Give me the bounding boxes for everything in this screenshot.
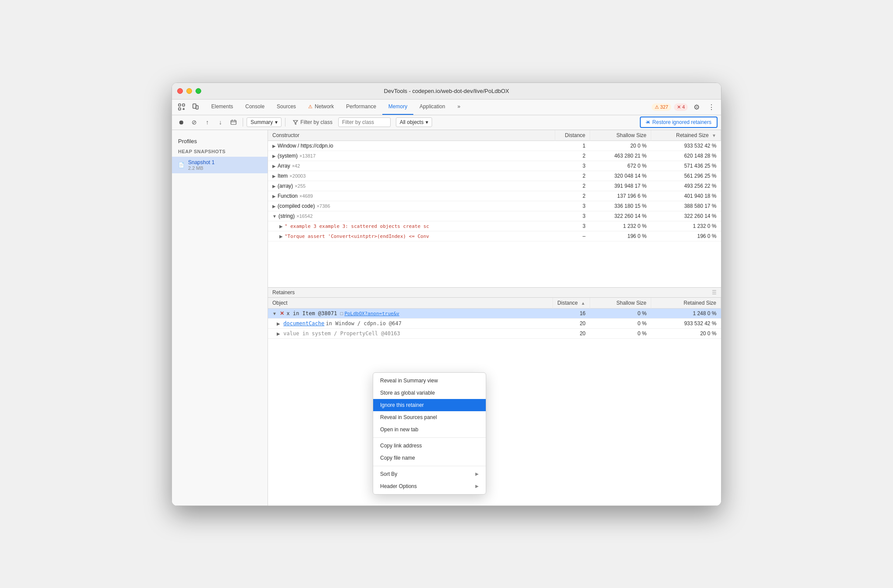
col-distance: Distance bbox=[555, 130, 590, 141]
window-title: DevTools - codepen.io/web-dot-dev/live/P… bbox=[384, 88, 509, 94]
ctx-open-new-tab[interactable]: Open in new tab bbox=[373, 423, 486, 436]
ctx-separator-2 bbox=[373, 466, 486, 466]
retainers-scroll-icon: ☰ bbox=[712, 289, 717, 296]
snapshot-info: Snapshot 1 2.2 MB bbox=[188, 159, 215, 171]
more-options-icon[interactable]: ⋮ bbox=[705, 101, 718, 113]
ctx-reveal-sources[interactable]: Reveal in Sources panel bbox=[373, 411, 486, 423]
ctx-separator-1 bbox=[373, 437, 486, 438]
table-row[interactable]: ▶Array×42 3 672 0 % 571 436 25 % bbox=[268, 161, 721, 171]
snapshot-icon: 📄 bbox=[178, 162, 185, 168]
table-row[interactable]: ▶(array)×255 2 391 948 17 % 493 256 22 % bbox=[268, 181, 721, 191]
col-constructor: Constructor bbox=[268, 130, 555, 141]
svg-rect-6 bbox=[196, 106, 198, 109]
upload-button[interactable]: ↑ bbox=[202, 117, 213, 128]
filter-input[interactable] bbox=[338, 117, 391, 127]
table-row[interactable]: ▼(string)×16542 3 322 260 14 % 322 260 1… bbox=[268, 211, 721, 221]
sidebar: Profiles HEAP SNAPSHOTS 📄 Snapshot 1 2.2… bbox=[172, 130, 268, 505]
ret-col-shallow: Shallow Size bbox=[590, 298, 651, 309]
table-row[interactable]: ▶"Torque assert 'Convert<uintptr>(endInd… bbox=[268, 231, 721, 241]
content-area: Profiles HEAP SNAPSHOTS 📄 Snapshot 1 2.2… bbox=[172, 130, 721, 505]
tab-network[interactable]: ⚠ Network bbox=[302, 99, 340, 115]
cross-icon: ✕ bbox=[280, 310, 284, 316]
tab-performance[interactable]: Performance bbox=[340, 99, 382, 115]
table-row[interactable]: ▼ ✕ x in Item @38071 □ PoLdbOX?anon=true… bbox=[268, 308, 721, 318]
ret-col-retained: Retained Size bbox=[651, 298, 721, 309]
snapshot-item[interactable]: 📄 Snapshot 1 2.2 MB bbox=[172, 157, 268, 173]
ctx-copy-link[interactable]: Copy link address bbox=[373, 440, 486, 452]
col-retained-size: Retained Size ▼ bbox=[651, 130, 721, 141]
all-objects-dropdown[interactable]: All objects ▾ bbox=[396, 117, 433, 127]
retainers-table: Object Distance ▲ Shallow Size bbox=[268, 298, 721, 339]
constructor-table: Constructor Distance Shallow Size Retain… bbox=[268, 130, 721, 241]
close-button[interactable] bbox=[177, 88, 183, 94]
ctx-ignore-retainer[interactable]: Ignore this retainer bbox=[373, 399, 486, 411]
toolbar-separator2 bbox=[285, 118, 285, 127]
error-badge[interactable]: ✕ 4 bbox=[674, 103, 688, 111]
stop-button[interactable]: ⊘ bbox=[189, 117, 200, 128]
table-row[interactable]: ▶Function×4689 2 137 196 6 % 401 940 18 … bbox=[268, 191, 721, 201]
toolbar-left: ⏺ ⊘ ↑ ↓ Summary ▾ bbox=[175, 117, 391, 128]
nav-right: ⚠ 327 ✕ 4 ⚙ ⋮ bbox=[652, 101, 718, 113]
inspect-icon[interactable] bbox=[175, 101, 188, 113]
maximize-button[interactable] bbox=[196, 88, 201, 94]
tab-sources[interactable]: Sources bbox=[271, 99, 302, 115]
error-icon: ✕ bbox=[677, 104, 681, 110]
ret-link[interactable]: PoLdbOX?anon=true&v bbox=[344, 311, 399, 316]
restore-x-icon: ✕ bbox=[646, 120, 650, 125]
title-bar: DevTools - codepen.io/web-dot-dev/live/P… bbox=[172, 83, 721, 100]
chevron-down-icon2: ▾ bbox=[426, 119, 428, 125]
ctx-sort-by[interactable]: Sort By ▶ bbox=[373, 468, 486, 480]
constructor-table-body: ▶Window / https://cdpn.io 1 20 0 % 933 5… bbox=[268, 141, 721, 241]
retainers-table-container[interactable]: Object Distance ▲ Shallow Size bbox=[268, 298, 721, 385]
ctx-store-global[interactable]: Store as global variable bbox=[373, 387, 486, 399]
constructor-table-container[interactable]: Constructor Distance Shallow Size Retain… bbox=[268, 130, 721, 287]
summary-dropdown[interactable]: Summary ▾ bbox=[247, 117, 282, 127]
heap-snapshots-title: HEAP SNAPSHOTS bbox=[172, 146, 268, 157]
main-content: Constructor Distance Shallow Size Retain… bbox=[268, 130, 721, 505]
minimize-button[interactable] bbox=[186, 88, 192, 94]
ret-col-distance: Distance ▲ bbox=[553, 298, 590, 309]
table-header: Constructor Distance Shallow Size Retain… bbox=[268, 130, 721, 141]
tab-application[interactable]: Application bbox=[413, 99, 451, 115]
svg-rect-5 bbox=[193, 104, 196, 108]
warning-badge[interactable]: ⚠ 327 bbox=[652, 103, 671, 111]
nav-tabs: Elements Console Sources ⚠ Network Perfo… bbox=[172, 100, 721, 115]
settings-icon[interactable]: ⚙ bbox=[690, 101, 703, 113]
device-toggle-icon[interactable] bbox=[189, 101, 202, 113]
traffic-lights bbox=[177, 88, 201, 94]
table-row[interactable]: ▶Window / https://cdpn.io 1 20 0 % 933 5… bbox=[268, 141, 721, 151]
sort-arrow-icon: ▼ bbox=[712, 133, 716, 138]
svg-rect-0 bbox=[179, 104, 181, 106]
warning-icon: ⚠ bbox=[655, 104, 659, 110]
table-row[interactable]: ▶Item×20003 2 320 048 14 % 561 296 25 % bbox=[268, 171, 721, 181]
ret-col-object: Object bbox=[268, 298, 553, 309]
table-row[interactable]: ▶" example 3 example 3: scattered object… bbox=[268, 221, 721, 231]
filter-button[interactable]: Filter by class bbox=[289, 117, 336, 127]
svg-rect-1 bbox=[179, 108, 181, 110]
tab-more[interactable]: » bbox=[451, 99, 467, 115]
ret-sort-arrow-icon: ▲ bbox=[581, 301, 585, 306]
tab-elements[interactable]: Elements bbox=[205, 99, 239, 115]
retainers-table-body: ▼ ✕ x in Item @38071 □ PoLdbOX?anon=true… bbox=[268, 308, 721, 338]
context-menu: Reveal in Summary view Store as global v… bbox=[373, 372, 486, 495]
clear-button[interactable] bbox=[228, 117, 239, 128]
record-button[interactable]: ⏺ bbox=[175, 117, 187, 128]
table-row[interactable]: ▶ documentCache in Window / cdpn.io @647… bbox=[268, 318, 721, 328]
nav-icons bbox=[175, 101, 202, 113]
col-shallow-size: Shallow Size bbox=[590, 130, 651, 141]
svg-rect-7 bbox=[231, 120, 236, 124]
tab-memory[interactable]: Memory bbox=[382, 99, 413, 115]
table-row[interactable]: ▶(compiled code)×7386 3 336 180 15 % 388… bbox=[268, 201, 721, 211]
tab-console[interactable]: Console bbox=[239, 99, 271, 115]
ctx-copy-filename[interactable]: Copy file name bbox=[373, 452, 486, 464]
download-button[interactable]: ↓ bbox=[215, 117, 226, 128]
profiles-title: Profiles bbox=[172, 134, 268, 146]
ctx-reveal-summary[interactable]: Reveal in Summary view bbox=[373, 375, 486, 387]
devtools-main: Elements Console Sources ⚠ Network Perfo… bbox=[172, 100, 721, 505]
table-row[interactable]: ▶(system)×13817 2 463 280 21 % 620 148 2… bbox=[268, 151, 721, 161]
toolbar2: ⏺ ⊘ ↑ ↓ Summary ▾ bbox=[172, 115, 721, 130]
restore-ignored-retainers-button[interactable]: ✕ Restore ignored retainers bbox=[640, 117, 718, 128]
retainers-header: Retainers ☰ bbox=[268, 287, 721, 298]
ctx-header-options[interactable]: Header Options ▶ bbox=[373, 480, 486, 492]
table-row[interactable]: ▶ value in system / PropertyCell @40163 … bbox=[268, 328, 721, 338]
